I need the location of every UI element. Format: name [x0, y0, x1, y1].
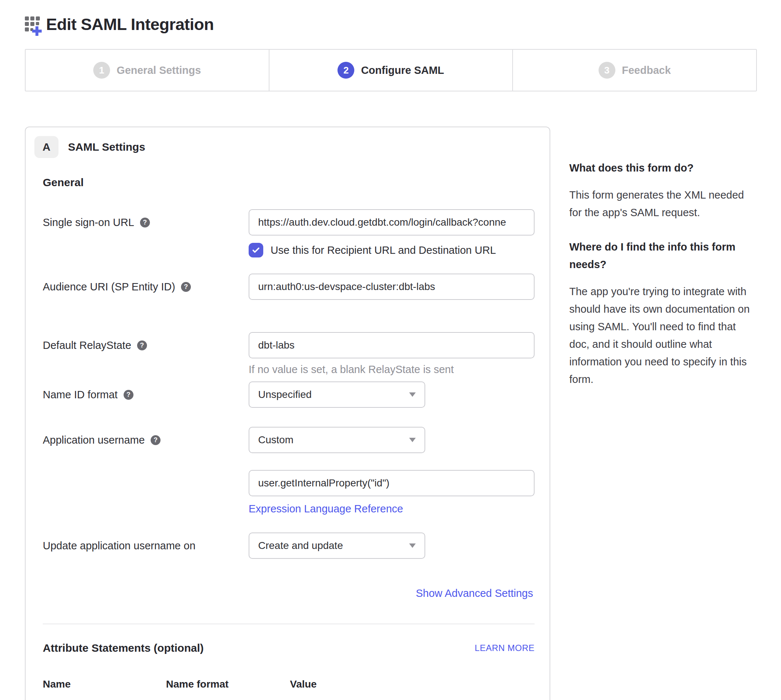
application-username-select[interactable]: Custom	[249, 427, 425, 453]
section-a-badge: A	[34, 136, 58, 158]
relay-state-hint: If no value is set, a blank RelayState i…	[249, 363, 535, 376]
expression-language-reference-link[interactable]: Expression Language Reference	[249, 503, 403, 515]
chevron-down-icon	[409, 438, 416, 442]
update-username-row: Update application username on Create an…	[43, 532, 533, 559]
learn-more-link[interactable]: LEARN MORE	[475, 643, 535, 653]
relay-state-label: Default RelayState	[43, 339, 131, 352]
sidebar-answer-2: The app you're trying to integrate with …	[569, 283, 755, 388]
name-id-format-row: Name ID format ? Unspecified	[43, 382, 533, 408]
wizard-stepper: 1 General Settings 2 Configure SAML 3 Fe…	[25, 49, 757, 92]
audience-uri-input[interactable]	[249, 273, 535, 300]
attribute-statements-header: Attribute Statements (optional) LEARN MO…	[43, 642, 535, 654]
step-number-badge: 1	[93, 62, 110, 78]
attribute-table-header: Name Name format Value	[43, 678, 535, 690]
grid-plus-icon	[25, 14, 43, 37]
panel-title: SAML Settings	[68, 141, 145, 153]
sidebar-question-2: Where do I find the info this form needs…	[569, 238, 755, 273]
saml-settings-panel: A SAML Settings General Single sign-on U…	[25, 127, 550, 700]
audience-uri-label: Audience URI (SP Entity ID)	[43, 281, 175, 293]
name-id-format-label: Name ID format	[43, 389, 118, 401]
step-label: Feedback	[622, 64, 671, 77]
sidebar-question-1: What does this form do?	[569, 159, 755, 177]
sso-checkbox-row: Use this for Recipient URL and Destinati…	[249, 243, 535, 257]
section-divider	[43, 623, 535, 624]
selected-value: Unspecified	[258, 389, 311, 400]
custom-expression-input[interactable]	[249, 470, 535, 496]
chevron-down-icon	[409, 543, 416, 548]
advanced-settings-row: Show Advanced Settings	[43, 587, 533, 600]
recipient-url-checkbox-label[interactable]: Use this for Recipient URL and Destinati…	[271, 244, 496, 257]
recipient-url-checkbox[interactable]	[249, 243, 263, 257]
step-feedback[interactable]: 3 Feedback	[512, 50, 756, 91]
selected-value: Custom	[258, 434, 293, 446]
help-icon[interactable]: ?	[123, 390, 133, 400]
sso-url-row: Single sign-on URL ? Use this for Recipi…	[43, 209, 533, 257]
show-advanced-settings-link[interactable]: Show Advanced Settings	[416, 587, 533, 600]
relay-state-input[interactable]	[249, 332, 535, 358]
step-label: General Settings	[117, 64, 201, 77]
selected-value: Create and update	[258, 540, 343, 552]
step-general-settings[interactable]: 1 General Settings	[26, 50, 269, 91]
saml-settings-form: General Single sign-on URL ?	[26, 176, 533, 690]
column-header-name: Name	[43, 678, 166, 690]
audience-uri-row: Audience URI (SP Entity ID) ?	[43, 273, 533, 300]
page-title: Edit SAML Integration	[46, 15, 214, 34]
application-username-row: Application username ? Custom Expression…	[43, 427, 533, 515]
update-username-select[interactable]: Create and update	[249, 532, 425, 559]
application-username-label: Application username	[43, 434, 145, 446]
panel-header: A SAML Settings	[26, 136, 533, 158]
column-header-name-format: Name format	[166, 678, 290, 690]
step-configure-saml[interactable]: 2 Configure SAML	[269, 50, 513, 91]
column-header-value: Value	[290, 678, 316, 690]
name-id-format-select[interactable]: Unspecified	[249, 382, 425, 408]
page: Edit SAML Integration 1 General Settings…	[0, 0, 781, 700]
help-icon[interactable]: ?	[140, 218, 150, 227]
sso-url-input[interactable]	[249, 209, 535, 235]
page-header: Edit SAML Integration	[25, 10, 757, 39]
step-label: Configure SAML	[361, 64, 444, 77]
chevron-down-icon	[409, 392, 416, 397]
attribute-statements-heading: Attribute Statements (optional)	[43, 642, 204, 654]
help-icon[interactable]: ?	[181, 282, 191, 292]
help-icon[interactable]: ?	[137, 340, 147, 350]
help-icon[interactable]: ?	[151, 435, 160, 445]
sidebar-answer-1: This form generates the XML needed for t…	[569, 186, 755, 221]
step-number-badge: 2	[338, 62, 354, 78]
help-sidebar: What does this form do? This form genera…	[569, 159, 755, 388]
step-number-badge: 3	[599, 62, 615, 78]
relay-state-row: Default RelayState ? If no value is set,…	[43, 332, 533, 376]
sso-url-label: Single sign-on URL	[43, 217, 134, 228]
general-section-heading: General	[43, 176, 533, 189]
update-username-label: Update application username on	[43, 540, 196, 552]
